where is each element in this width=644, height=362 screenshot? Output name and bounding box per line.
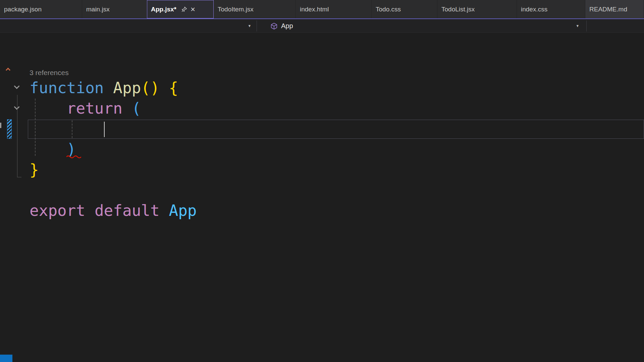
tab-index-css[interactable]: index.css [517,0,585,18]
tab-label: index.css [521,6,547,13]
code-token [30,140,67,158]
tab-todolist-jsx[interactable]: TodoList.jsx [437,0,517,18]
code-token: default [95,201,160,220]
tab-label: TodoList.jsx [441,6,475,13]
status-bar-corner [0,355,12,362]
changed-line-indicator [7,119,12,139]
pin-icon[interactable] [181,6,187,12]
tab-label: TodoItem.jsx [218,6,254,13]
code-token: } [30,161,39,179]
code-token [160,79,169,97]
fold-chevron-icon[interactable] [14,104,20,110]
tab-index-html[interactable]: index.html [296,0,372,18]
fold-guide-foot [17,177,21,177]
code-token: App [113,79,141,97]
tab-label: main.jsx [86,6,110,13]
code-area: function App() { return ( )}export defau… [30,78,197,221]
codelens-references-link[interactable]: 3 references [30,69,69,77]
fold-chevron-icon[interactable] [14,83,20,89]
code-token: function [30,79,104,97]
code-token [160,201,169,220]
nav-separator [586,20,587,32]
code-token [104,79,113,97]
fold-guide-line [17,95,17,177]
tab-bar: package.jsonmain.jsxApp.jsx*×TodoItem.js… [0,0,644,19]
code-token [30,99,67,117]
tab-todo-css[interactable]: Todo.css [372,0,437,18]
nav-separator [257,20,257,32]
code-line-3[interactable] [30,119,197,139]
code-token [30,120,104,138]
navigation-bar: ▼ App ▼ [0,19,644,33]
code-token: () [141,79,159,97]
margin-caret-mark [0,123,1,128]
code-token: ( [132,99,141,117]
code-line-1[interactable]: function App() { [30,78,197,98]
editor-window: package.jsonmain.jsxApp.jsx*×TodoItem.js… [0,0,644,362]
code-line-5[interactable]: } [30,160,197,180]
member-dropdown[interactable]: App [270,19,293,33]
code-token: return [67,99,122,117]
modified-region-icon [6,68,10,72]
tab-todoitem-jsx[interactable]: TodoItem.jsx [214,0,296,18]
code-token: { [169,79,178,97]
tab-app-jsx[interactable]: App.jsx*× [147,0,214,18]
code-line-4[interactable]: ) [30,139,197,160]
class-cube-icon [270,22,278,30]
tab-label: package.json [4,6,42,13]
error-squiggle [66,154,81,160]
tab-readme-md[interactable]: README.md [585,0,644,18]
close-icon[interactable]: × [191,5,195,13]
tab-label: App.jsx* [151,6,176,13]
tab-label: index.html [300,6,329,13]
code-editor[interactable]: 3 references function App() { return ( )… [0,33,644,362]
scope-dropdown-arrow-icon[interactable]: ▼ [248,24,252,28]
code-line-2[interactable]: return ( [30,98,197,119]
member-dropdown-label: App [281,22,293,30]
tab-label: README.md [589,6,627,13]
member-dropdown-arrow-icon[interactable]: ▼ [576,24,580,28]
code-token [122,99,132,117]
code-line-7[interactable]: export default App [30,200,197,221]
code-token: App [169,201,197,220]
tab-main-jsx[interactable]: main.jsx [82,0,147,18]
code-token: export [30,201,85,220]
tab-label: Todo.css [376,6,401,13]
tab-package-json[interactable]: package.json [0,0,82,18]
code-line-6[interactable] [30,180,197,200]
code-token [85,201,95,220]
